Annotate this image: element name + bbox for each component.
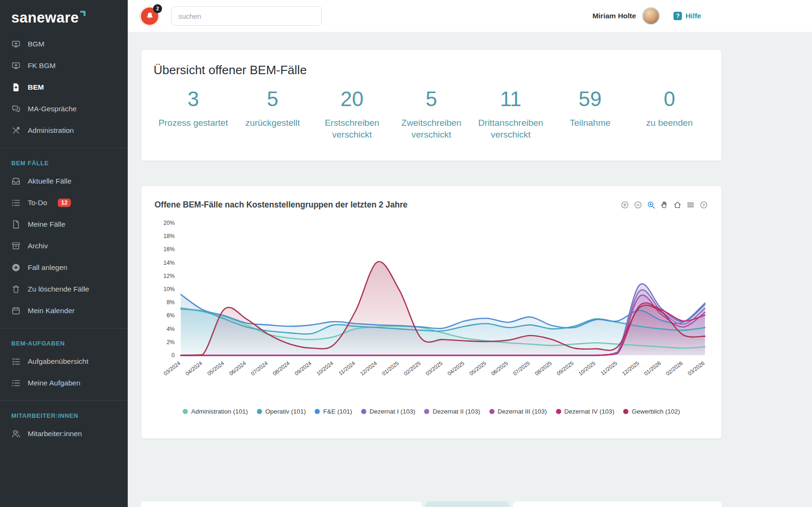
stat-value: 11 xyxy=(471,88,550,110)
sidebar-item-meine-faelle[interactable]: Meine Fälle xyxy=(0,214,128,235)
sidebar-item-mitarbeiterinnen[interactable]: Mitarbeiter:innen xyxy=(0,423,128,445)
stat-drittanschreiben: 11 Drittanschreiben verschickt xyxy=(471,88,550,141)
x-tick-label: 03/2025 xyxy=(425,360,443,376)
sidebar-item-aufgabenuebersicht[interactable]: Aufgabenübersicht xyxy=(0,351,128,372)
sidebar-item-archiv[interactable]: Archiv xyxy=(0,235,128,257)
help-button[interactable]: ? Hilfe xyxy=(673,12,701,20)
document-plus-icon xyxy=(11,83,21,92)
y-tick-label: 14% xyxy=(163,260,175,266)
archive-icon xyxy=(11,241,21,251)
y-tick-label: 12% xyxy=(163,273,175,279)
sidebar-item-aktuelle-faelle[interactable]: Aktuelle Fälle xyxy=(0,170,128,192)
sidebar-item-meine-aufgaben[interactable]: Meine Aufgaben xyxy=(0,372,128,394)
x-tick-label: 03/2024 xyxy=(162,360,182,376)
inbox-icon xyxy=(11,177,21,186)
sidebar-section-bem-faelle: BEM FÄLLE xyxy=(0,148,128,170)
y-tick-label: 18% xyxy=(163,233,175,239)
user-name[interactable]: Miriam Holte xyxy=(592,12,636,20)
app-logo[interactable]: saneware xyxy=(0,0,128,33)
next-section-stub xyxy=(513,501,722,507)
sidebar-item-label: Zu löschende Fälle xyxy=(28,285,89,293)
help-icon: ? xyxy=(673,12,682,20)
x-tick-label: 11/2025 xyxy=(600,360,618,376)
document-icon xyxy=(11,220,21,229)
sidebar-item-administration[interactable]: Administration xyxy=(0,120,128,141)
sidebar: saneware BGM FK BGM BEM MA-Gespräche xyxy=(0,0,128,507)
notification-count-badge: 2 xyxy=(153,4,162,13)
x-tick-label: 10/2025 xyxy=(578,360,596,376)
legend-label: Dezernat III (103) xyxy=(498,408,547,415)
sidebar-item-fall-anlegen[interactable]: Fall anlegen xyxy=(0,257,128,278)
logo-text: saneware xyxy=(11,10,79,25)
legend-item[interactable]: Dezernat IV (103) xyxy=(556,408,615,415)
monitor-plus-icon xyxy=(11,61,21,70)
legend-item[interactable]: Dezernat II (103) xyxy=(424,408,480,415)
sidebar-item-label: FK BGM xyxy=(28,61,55,70)
stat-value: 59 xyxy=(550,88,630,110)
legend-item[interactable]: Dezernat III (103) xyxy=(489,408,547,415)
stat-label: zurückgestellt xyxy=(233,117,312,129)
x-tick-label: 03/2026 xyxy=(687,360,705,376)
zoom-in-icon[interactable] xyxy=(620,200,629,209)
stat-prozess-gestartet: 3 Prozess gestartet xyxy=(154,88,233,141)
notifications-button[interactable]: 2 xyxy=(141,8,158,25)
app-root: saneware BGM FK BGM BEM MA-Gespräche xyxy=(0,0,812,507)
list-icon xyxy=(11,198,21,207)
stat-label: Teilnahme xyxy=(550,117,630,129)
list-icon xyxy=(11,378,21,388)
stat-value: 0 xyxy=(630,88,709,110)
legend-item[interactable]: Dezernat I (103) xyxy=(361,408,416,415)
sidebar-item-mein-kalender[interactable]: Mein Kalender xyxy=(0,300,128,322)
zoom-out-icon[interactable] xyxy=(634,200,642,209)
search-input[interactable] xyxy=(171,6,322,26)
sidebar-item-label: Aufgabenübersicht xyxy=(28,357,88,366)
legend-item[interactable]: Gewerblich (102) xyxy=(623,408,680,415)
legend-label: Dezernat IV (103) xyxy=(565,408,615,415)
chart-toolbar: ? xyxy=(620,200,708,209)
sidebar-item-label: Administration xyxy=(28,126,74,135)
monitor-plus-icon xyxy=(11,39,21,49)
legend-dot xyxy=(257,409,262,414)
home-icon[interactable] xyxy=(673,200,682,209)
legend-item[interactable]: F&E (101) xyxy=(315,408,352,415)
todo-count-badge: 12 xyxy=(58,199,70,207)
pan-icon[interactable] xyxy=(660,200,669,209)
x-tick-label: 06/2024 xyxy=(228,360,247,376)
sidebar-item-zu-loeschende-faelle[interactable]: Zu löschende Fälle xyxy=(0,278,128,300)
sidebar-item-label: Meine Fälle xyxy=(28,220,65,229)
y-tick-label: 4% xyxy=(167,326,175,332)
legend-item[interactable]: Operativ (101) xyxy=(257,408,306,415)
x-tick-label: 05/2024 xyxy=(206,360,225,376)
stat-label: Erstschreiben verschickt xyxy=(312,117,392,140)
stat-value: 3 xyxy=(154,88,233,110)
x-tick-label: 02/2025 xyxy=(403,360,422,376)
sidebar-item-bem[interactable]: BEM xyxy=(0,77,128,98)
x-tick-label: 01/2025 xyxy=(381,360,400,376)
sidebar-item-label: BGM xyxy=(28,40,44,48)
chart-help-icon[interactable]: ? xyxy=(699,200,708,209)
x-tick-label: 04/2025 xyxy=(447,360,465,376)
chart-header: Offene BEM-Fälle nach Kostenstellengrupp… xyxy=(155,200,708,210)
sidebar-item-ma-gespraeche[interactable]: MA-Gespräche xyxy=(0,98,128,120)
menu-icon[interactable] xyxy=(686,200,695,209)
sidebar-item-fk-bgm[interactable]: FK BGM xyxy=(0,55,128,77)
chat-icon xyxy=(11,104,21,114)
stat-value: 20 xyxy=(312,88,392,110)
topbar-right: Miriam Holte ? Hilfe xyxy=(592,7,701,25)
stat-zu-beenden: 0 zu beenden xyxy=(630,88,709,141)
legend-item[interactable]: Administration (101) xyxy=(183,408,248,415)
avatar[interactable] xyxy=(642,7,660,25)
sidebar-item-bgm[interactable]: BGM xyxy=(0,33,128,55)
legend-dot xyxy=(623,409,628,414)
bem-chart[interactable]: 02%4%6%8%10%12%14%16%18%20%03/202404/202… xyxy=(155,216,709,404)
help-label: Hilfe xyxy=(685,12,701,20)
x-tick-label: 01/2026 xyxy=(643,360,662,376)
legend-dot xyxy=(489,409,495,414)
bell-icon xyxy=(145,11,155,21)
tools-icon xyxy=(11,126,21,135)
legend-label: Dezernat II (103) xyxy=(433,408,480,415)
zoom-mode-icon[interactable] xyxy=(647,200,656,209)
sidebar-item-todo[interactable]: To-Do 12 xyxy=(0,192,128,214)
topbar: 2 Miriam Holte ? Hilfe xyxy=(128,0,812,32)
logo-mark-icon xyxy=(80,11,85,16)
